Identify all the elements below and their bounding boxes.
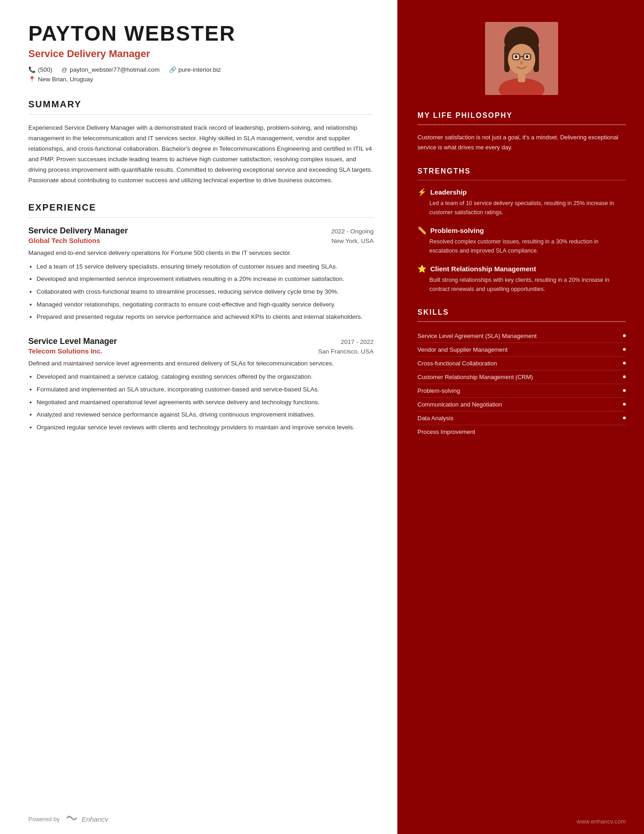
strength-2-icon: ✏️	[417, 226, 427, 235]
candidate-name: PAYTON WEBSTER	[28, 22, 374, 45]
bullet: Developed and maintained a service catal…	[37, 372, 374, 382]
job-2-dates: 2017 - 2022	[341, 338, 374, 345]
strength-3-icon: ⭐	[417, 264, 427, 273]
phone-icon: 📞	[28, 66, 36, 73]
avatar	[485, 22, 558, 95]
skill-4-name: Customer Relationship Management (CRM)	[417, 374, 623, 380]
skills-section: SKILLS Service Level Agreement (SLA) Man…	[417, 308, 626, 438]
strength-3-desc: Built strong relationships with key clie…	[417, 275, 626, 294]
footer-right: www.enhancv.com	[397, 809, 644, 834]
summary-text: Experienced Service Delivery Manager wit…	[28, 123, 374, 186]
skill-6: Communication and Negotiation	[417, 398, 626, 412]
website-item: 🔗 pure-interior.biz	[169, 66, 221, 73]
job-2-company-row: Telecom Solutions Inc. San Francisco, US…	[28, 347, 374, 355]
strength-1-header: ⚡ Leadership	[417, 188, 626, 196]
right-column: MY LIFE PHILOSOPHY Customer satisfaction…	[397, 0, 644, 834]
skill-5: Problem-solving	[417, 384, 626, 398]
strength-2-header: ✏️ Problem-solving	[417, 226, 626, 235]
email-icon: @	[62, 66, 68, 73]
job-2-role: Service Level Manager	[28, 337, 117, 346]
strength-2: ✏️ Problem-solving Resolved complex cust…	[417, 226, 626, 255]
skill-7: Data Analysis	[417, 412, 626, 425]
job-1-bullets: Led a team of 15 service delivery specia…	[28, 262, 374, 322]
svg-rect-14	[518, 73, 525, 82]
strength-3: ⭐ Client Relationship Management Built s…	[417, 264, 626, 294]
strength-1: ⚡ Leadership Led a team of 10 service de…	[417, 188, 626, 217]
bullet: Prepared and presented regular reports o…	[37, 312, 374, 322]
job-1-location: New York, USA	[332, 238, 374, 244]
bullet: Collaborated with cross-functional teams…	[37, 287, 374, 297]
left-column: PAYTON WEBSTER Service Delivery Manager …	[0, 0, 397, 834]
job-1-company-row: Global Tech Solutions New York, USA	[28, 237, 374, 244]
philosophy-text: Customer satisfaction is not just a goal…	[417, 132, 626, 153]
experience-section: EXPERIENCE Service Delivery Manager 2022…	[28, 202, 374, 433]
skill-2-dot	[623, 348, 626, 351]
bullet: Organized regular service level reviews …	[37, 422, 374, 433]
job-2: Service Level Manager 2017 - 2022 Teleco…	[28, 337, 374, 433]
strengths-divider	[417, 180, 626, 181]
job-1-header: Service Delivery Manager 2022 - Ongoing	[28, 226, 374, 236]
bullet: Formulated and implemented an SLA struct…	[37, 385, 374, 395]
skill-5-name: Problem-solving	[417, 387, 623, 394]
location-item: 📍 New Brian, Uruguay	[28, 76, 93, 83]
bullet: Developed and implemented service improv…	[37, 274, 374, 284]
job-2-header: Service Level Manager 2017 - 2022	[28, 337, 374, 346]
svg-point-12	[520, 61, 523, 64]
strength-2-title: Problem-solving	[430, 227, 484, 234]
candidate-title: Service Delivery Manager	[28, 48, 374, 60]
skill-4-dot	[623, 375, 626, 378]
skill-3: Cross-functional Collaboration	[417, 357, 626, 370]
skill-4: Customer Relationship Management (CRM)	[417, 370, 626, 384]
bullet: Analyzed and reviewed service performanc…	[37, 410, 374, 420]
skill-1-dot	[623, 334, 626, 337]
strength-1-icon: ⚡	[417, 188, 427, 196]
contact-row: 📞 (500) @ payton_webster77@hotmail.com 🔗…	[28, 66, 374, 73]
job-2-summary: Defined and maintained service level agr…	[28, 359, 374, 369]
location-row: 📍 New Brian, Uruguay	[28, 76, 374, 83]
strength-3-header: ⭐ Client Relationship Management	[417, 264, 626, 273]
strength-3-title: Client Relationship Management	[430, 265, 536, 273]
enhancy-icon	[65, 813, 78, 825]
summary-title: SUMMARY	[28, 99, 374, 110]
bullet: Managed vendor relationships, negotiatin…	[37, 300, 374, 310]
summary-section: SUMMARY Experienced Service Delivery Man…	[28, 99, 374, 186]
job-1: Service Delivery Manager 2022 - Ongoing …	[28, 226, 374, 322]
skill-8: Process Improvement	[417, 425, 626, 438]
skill-3-dot	[623, 362, 626, 364]
strength-1-title: Leadership	[430, 188, 467, 196]
svg-point-7	[515, 55, 517, 58]
bullet: Led a team of 15 service delivery specia…	[37, 262, 374, 272]
job-2-bullets: Developed and maintained a service catal…	[28, 372, 374, 432]
skill-1: Service Level Agreement (SLA) Management	[417, 329, 626, 343]
skills-title: SKILLS	[417, 308, 626, 317]
job-1-dates: 2022 - Ongoing	[331, 228, 374, 235]
skill-1-name: Service Level Agreement (SLA) Management	[417, 333, 623, 339]
skill-3-name: Cross-functional Collaboration	[417, 360, 623, 367]
strength-2-desc: Resolved complex customer issues, result…	[417, 237, 626, 255]
avatar-container	[417, 22, 626, 95]
svg-point-4	[508, 44, 535, 75]
job-1-company: Global Tech Solutions	[28, 237, 100, 244]
skill-6-dot	[623, 403, 626, 406]
skill-6-name: Communication and Negotiation	[417, 401, 623, 408]
strengths-title: STRENGTHS	[417, 167, 626, 175]
location-icon: 📍	[28, 76, 36, 83]
skill-2: Vendor and Supplier Management	[417, 343, 626, 357]
job-1-role: Service Delivery Manager	[28, 226, 128, 236]
enhancy-logo: Enhancv	[65, 813, 108, 825]
job-2-location: San Francisco, USA	[318, 348, 374, 355]
philosophy-section: MY LIFE PHILOSOPHY Customer satisfaction…	[417, 111, 626, 153]
phone-item: 📞 (500)	[28, 66, 53, 73]
svg-point-8	[526, 55, 528, 58]
strengths-section: STRENGTHS ⚡ Leadership Led a team of 10 …	[417, 167, 626, 294]
job-2-company: Telecom Solutions Inc.	[28, 347, 102, 355]
skill-5-dot	[623, 389, 626, 392]
footer-powered-by: Powered by	[28, 816, 60, 823]
resume-header: PAYTON WEBSTER Service Delivery Manager …	[28, 22, 374, 83]
philosophy-divider	[417, 124, 626, 125]
skill-7-name: Data Analysis	[417, 415, 623, 422]
email-value: payton_webster77@hotmail.com	[70, 66, 160, 73]
link-icon: 🔗	[169, 66, 176, 73]
footer: Powered by Enhancv	[0, 804, 397, 834]
skill-7-dot	[623, 417, 626, 419]
